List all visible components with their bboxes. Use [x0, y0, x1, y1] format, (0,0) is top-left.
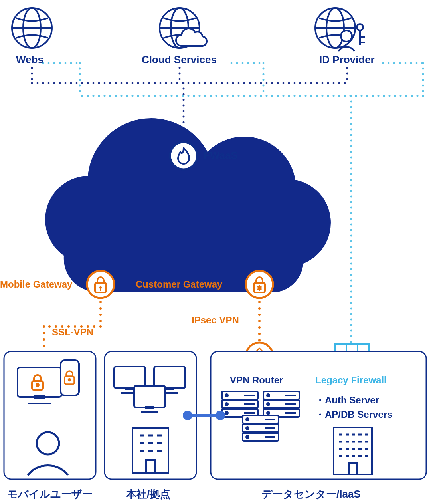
svg-rect-48 [154, 367, 185, 388]
svg-point-9 [341, 30, 352, 42]
customer-gateway-icon [246, 271, 273, 298]
webs-label: Webs [16, 54, 43, 65]
svg-point-87 [246, 427, 249, 429]
svg-point-40 [36, 384, 39, 386]
svg-point-75 [267, 394, 269, 397]
hq-caption: 本社/拠点 [126, 488, 170, 500]
svg-rect-45 [114, 367, 145, 388]
mobile-gateway-label: Mobile Gateway [0, 279, 73, 290]
svg-point-81 [267, 412, 269, 414]
dc-caption: データセンター/IaaS [262, 488, 361, 500]
svg-point-69 [225, 403, 228, 405]
svg-point-66 [225, 394, 228, 397]
globe-cloud-icon [160, 8, 207, 48]
mobile-user-caption: モバイルユーザー [7, 488, 93, 500]
svg-point-116 [216, 411, 225, 420]
auth-server-label: ・Auth Server [315, 395, 379, 405]
svg-point-84 [246, 418, 249, 421]
svg-point-19 [246, 271, 273, 298]
fwaas-icon [170, 142, 197, 169]
sslvpn-label: SSL-VPN [52, 327, 93, 337]
svg-point-90 [246, 436, 249, 438]
fwaas-label: FWaaS [204, 149, 238, 161]
idp-label: ID Provider [319, 54, 375, 65]
customer-gateway-label: Customer Gateway [136, 279, 223, 290]
cloud-services-label: Cloud Services [142, 54, 217, 65]
svg-point-78 [267, 403, 269, 405]
top-row: Webs Cloud Services [12, 8, 375, 65]
svg-point-14 [170, 142, 197, 169]
svg-rect-41 [61, 360, 79, 395]
apdb-label: ・AP/DB Servers [315, 409, 392, 420]
vpn-router-label: VPN Router [230, 375, 283, 385]
mobile-gateway-icon [87, 271, 114, 298]
hq-dc-link [183, 411, 225, 420]
svg-rect-51 [134, 386, 165, 407]
svg-point-10 [357, 24, 363, 30]
svg-point-15 [87, 271, 114, 298]
legacy-firewall-label: Legacy Firewall [315, 375, 387, 385]
svg-point-115 [183, 411, 192, 420]
svg-point-43 [69, 379, 71, 381]
idp-icon [315, 8, 365, 51]
ipsec-label: IPsec VPN [192, 315, 239, 325]
phone-icon [61, 360, 79, 395]
svg-point-72 [225, 412, 228, 414]
globe-icon [12, 8, 52, 48]
